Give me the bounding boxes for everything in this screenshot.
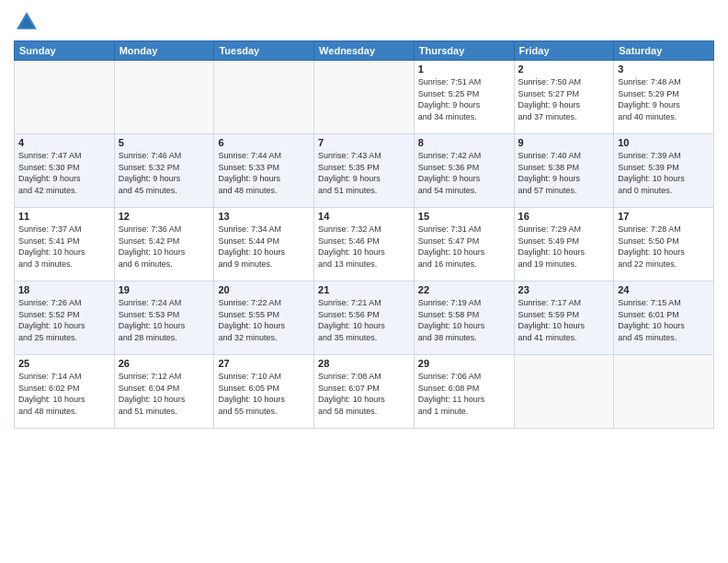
table-row: 22Sunrise: 7:19 AM Sunset: 5:58 PM Dayli… [414,282,514,355]
day-detail: Sunrise: 7:12 AM Sunset: 6:04 PM Dayligh… [119,371,210,417]
day-detail: Sunrise: 7:51 AM Sunset: 5:25 PM Dayligh… [418,76,510,122]
day-detail: Sunrise: 7:37 AM Sunset: 5:41 PM Dayligh… [18,224,110,270]
table-row: 24Sunrise: 7:15 AM Sunset: 6:01 PM Dayli… [614,282,714,355]
table-row: 16Sunrise: 7:29 AM Sunset: 5:49 PM Dayli… [514,208,614,282]
calendar-week-3: 11Sunrise: 7:37 AM Sunset: 5:41 PM Dayli… [15,208,714,282]
day-detail: Sunrise: 7:50 AM Sunset: 5:27 PM Dayligh… [518,76,610,122]
table-row: 2Sunrise: 7:50 AM Sunset: 5:27 PM Daylig… [514,61,614,134]
table-row: 21Sunrise: 7:21 AM Sunset: 5:56 PM Dayli… [314,282,415,355]
table-row: 25Sunrise: 7:14 AM Sunset: 6:02 PM Dayli… [15,355,115,429]
table-row: 23Sunrise: 7:17 AM Sunset: 5:59 PM Dayli… [514,282,614,355]
day-number: 8 [418,137,510,148]
day-detail: Sunrise: 7:43 AM Sunset: 5:35 PM Dayligh… [318,150,410,196]
day-number: 26 [119,358,210,369]
calendar-week-4: 18Sunrise: 7:26 AM Sunset: 5:52 PM Dayli… [15,282,714,355]
day-detail: Sunrise: 7:36 AM Sunset: 5:42 PM Dayligh… [119,224,210,270]
col-header-thursday: Thursday [414,41,514,61]
day-detail: Sunrise: 7:15 AM Sunset: 6:01 PM Dayligh… [618,297,710,343]
day-number: 21 [318,284,410,295]
day-detail: Sunrise: 7:26 AM Sunset: 5:52 PM Dayligh… [18,297,110,343]
day-number: 24 [618,284,710,295]
day-number: 6 [218,137,310,148]
day-detail: Sunrise: 7:10 AM Sunset: 6:05 PM Dayligh… [218,371,310,417]
table-row: 7Sunrise: 7:43 AM Sunset: 5:35 PM Daylig… [314,134,415,208]
calendar-week-1: 1Sunrise: 7:51 AM Sunset: 5:25 PM Daylig… [15,61,714,134]
day-detail: Sunrise: 7:34 AM Sunset: 5:44 PM Dayligh… [218,224,310,270]
table-row: 19Sunrise: 7:24 AM Sunset: 5:53 PM Dayli… [114,282,214,355]
day-number: 20 [218,284,310,295]
table-row: 15Sunrise: 7:31 AM Sunset: 5:47 PM Dayli… [414,208,514,282]
day-detail: Sunrise: 7:17 AM Sunset: 5:59 PM Dayligh… [518,297,610,343]
day-number: 1 [418,63,510,75]
day-detail: Sunrise: 7:28 AM Sunset: 5:50 PM Dayligh… [618,224,710,270]
day-detail: Sunrise: 7:31 AM Sunset: 5:47 PM Dayligh… [418,224,510,270]
day-detail: Sunrise: 7:08 AM Sunset: 6:07 PM Dayligh… [318,371,410,417]
col-header-saturday: Saturday [614,41,714,61]
day-number: 13 [218,211,310,222]
table-row: 20Sunrise: 7:22 AM Sunset: 5:55 PM Dayli… [214,282,314,355]
day-detail: Sunrise: 7:29 AM Sunset: 5:49 PM Dayligh… [518,224,610,270]
day-number: 11 [18,211,110,222]
day-detail: Sunrise: 7:22 AM Sunset: 5:55 PM Dayligh… [218,297,310,343]
table-row: 11Sunrise: 7:37 AM Sunset: 5:41 PM Dayli… [15,208,115,282]
day-detail: Sunrise: 7:39 AM Sunset: 5:39 PM Dayligh… [618,150,710,196]
day-number: 19 [119,284,210,295]
table-row: 9Sunrise: 7:40 AM Sunset: 5:38 PM Daylig… [514,134,614,208]
day-detail: Sunrise: 7:47 AM Sunset: 5:30 PM Dayligh… [18,150,110,196]
day-detail: Sunrise: 7:14 AM Sunset: 6:02 PM Dayligh… [18,371,110,417]
day-detail: Sunrise: 7:44 AM Sunset: 5:33 PM Dayligh… [218,150,310,196]
day-detail: Sunrise: 7:19 AM Sunset: 5:58 PM Dayligh… [418,297,510,343]
table-row: 3Sunrise: 7:48 AM Sunset: 5:29 PM Daylig… [614,61,714,134]
calendar-week-2: 4Sunrise: 7:47 AM Sunset: 5:30 PM Daylig… [15,134,714,208]
day-number: 9 [518,137,610,148]
day-detail: Sunrise: 7:06 AM Sunset: 6:08 PM Dayligh… [418,371,510,417]
page: SundayMondayTuesdayWednesdayThursdayFrid… [0,0,728,563]
table-row: 14Sunrise: 7:32 AM Sunset: 5:46 PM Dayli… [314,208,415,282]
logo [14,9,43,35]
col-header-tuesday: Tuesday [214,41,314,61]
day-number: 15 [418,211,510,222]
day-number: 23 [518,284,610,295]
day-detail: Sunrise: 7:48 AM Sunset: 5:29 PM Dayligh… [618,76,710,122]
table-row [15,61,115,134]
col-header-sunday: Sunday [15,41,115,61]
table-row: 12Sunrise: 7:36 AM Sunset: 5:42 PM Dayli… [114,208,214,282]
col-header-wednesday: Wednesday [314,41,415,61]
day-number: 5 [119,137,210,148]
table-row [514,355,614,429]
day-number: 28 [318,358,410,369]
day-number: 12 [119,211,210,222]
table-row [114,61,214,134]
day-number: 10 [618,137,710,148]
day-number: 16 [518,211,610,222]
table-row: 6Sunrise: 7:44 AM Sunset: 5:33 PM Daylig… [214,134,314,208]
day-number: 14 [318,211,410,222]
table-row: 29Sunrise: 7:06 AM Sunset: 6:08 PM Dayli… [414,355,514,429]
day-detail: Sunrise: 7:32 AM Sunset: 5:46 PM Dayligh… [318,224,410,270]
table-row: 10Sunrise: 7:39 AM Sunset: 5:39 PM Dayli… [614,134,714,208]
header-row: SundayMondayTuesdayWednesdayThursdayFrid… [15,41,714,61]
calendar-week-5: 25Sunrise: 7:14 AM Sunset: 6:02 PM Dayli… [15,355,714,429]
table-row: 5Sunrise: 7:46 AM Sunset: 5:32 PM Daylig… [114,134,214,208]
day-number: 18 [18,284,110,295]
day-number: 22 [418,284,510,295]
day-number: 2 [518,63,610,75]
day-number: 29 [418,358,510,369]
table-row: 1Sunrise: 7:51 AM Sunset: 5:25 PM Daylig… [414,61,514,134]
table-row [614,355,714,429]
day-detail: Sunrise: 7:42 AM Sunset: 5:36 PM Dayligh… [418,150,510,196]
day-number: 27 [218,358,310,369]
table-row: 28Sunrise: 7:08 AM Sunset: 6:07 PM Dayli… [314,355,415,429]
day-number: 25 [18,358,110,369]
calendar-table: SundayMondayTuesdayWednesdayThursdayFrid… [14,40,714,429]
table-row: 8Sunrise: 7:42 AM Sunset: 5:36 PM Daylig… [414,134,514,208]
day-number: 4 [18,137,110,148]
day-number: 3 [618,63,710,75]
table-row [214,61,314,134]
table-row: 4Sunrise: 7:47 AM Sunset: 5:30 PM Daylig… [15,134,115,208]
table-row [314,61,415,134]
day-detail: Sunrise: 7:21 AM Sunset: 5:56 PM Dayligh… [318,297,410,343]
col-header-friday: Friday [514,41,614,61]
table-row: 17Sunrise: 7:28 AM Sunset: 5:50 PM Dayli… [614,208,714,282]
table-row: 13Sunrise: 7:34 AM Sunset: 5:44 PM Dayli… [214,208,314,282]
